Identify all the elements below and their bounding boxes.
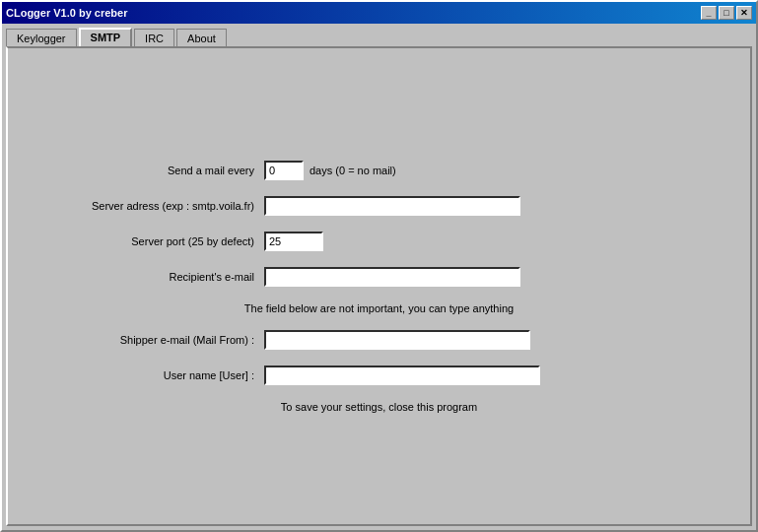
shipper-input[interactable] bbox=[264, 330, 530, 350]
tab-smtp[interactable]: SMTP bbox=[79, 28, 133, 46]
tab-about[interactable]: About bbox=[176, 29, 227, 47]
send-mail-input[interactable] bbox=[264, 161, 304, 180]
save-info-text: To save your settings, close this progra… bbox=[67, 401, 691, 413]
window-title: CLogger V1.0 by creber bbox=[6, 7, 128, 19]
shipper-label: Shipper e-mail (Mail From) : bbox=[67, 334, 264, 346]
server-port-label: Server port (25 by defect) bbox=[67, 235, 264, 247]
send-mail-suffix: days (0 = no mail) bbox=[310, 165, 396, 176]
minimize-button[interactable]: _ bbox=[701, 6, 717, 20]
maximize-button[interactable]: □ bbox=[719, 6, 734, 20]
recipient-label: Recipient's e-mail bbox=[67, 271, 264, 283]
tab-irc[interactable]: IRC bbox=[134, 29, 174, 47]
server-port-row: Server port (25 by defect) bbox=[67, 232, 691, 251]
section-info-text: The field below are not important, you c… bbox=[67, 302, 691, 314]
main-window: CLogger V1.0 by creber _ □ ✕ Keylogger S… bbox=[0, 0, 758, 532]
recipient-row: Recipient's e-mail bbox=[67, 267, 691, 287]
username-label: User name [User] : bbox=[67, 369, 264, 381]
send-mail-row: Send a mail every days (0 = no mail) bbox=[67, 161, 691, 180]
server-address-input[interactable] bbox=[264, 196, 520, 216]
server-port-input[interactable] bbox=[264, 232, 323, 251]
username-input[interactable] bbox=[264, 366, 540, 385]
smtp-form: Send a mail every days (0 = no mail) Ser… bbox=[8, 141, 750, 432]
server-address-row: Server adress (exp : smtp.voila.fr) bbox=[67, 196, 691, 216]
recipient-input[interactable] bbox=[264, 267, 520, 287]
tab-keylogger[interactable]: Keylogger bbox=[6, 29, 77, 47]
window-controls: _ □ ✕ bbox=[701, 6, 752, 20]
title-bar: CLogger V1.0 by creber _ □ ✕ bbox=[2, 2, 756, 24]
smtp-tab-content: Send a mail every days (0 = no mail) Ser… bbox=[6, 46, 752, 526]
tabs-bar: Keylogger SMTP IRC About bbox=[2, 24, 756, 46]
server-address-label: Server adress (exp : smtp.voila.fr) bbox=[67, 200, 264, 212]
send-mail-label: Send a mail every bbox=[67, 165, 264, 176]
shipper-row: Shipper e-mail (Mail From) : bbox=[67, 330, 691, 350]
username-row: User name [User] : bbox=[67, 366, 691, 385]
close-button[interactable]: ✕ bbox=[736, 6, 752, 20]
